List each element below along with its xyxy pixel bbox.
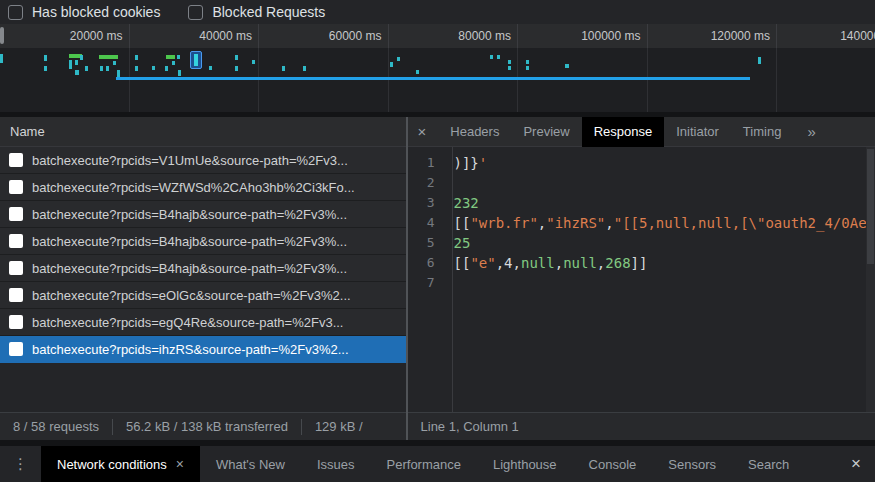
detail-tabbar: × HeadersPreviewResponseInitiatorTiming … [408,117,875,147]
line-number: 4 [408,213,444,233]
code-token: null [563,255,597,271]
code-line: 7 [408,273,875,293]
request-row[interactable]: batchexecute?rpcids=B4hajb&source-path=%… [0,255,406,282]
timeline-gridline-cell [259,48,389,112]
tab-headers[interactable]: Headers [438,117,511,147]
timeline-tick-label: 120000 ms [648,24,778,48]
request-row[interactable]: batchexecute?rpcids=WZfWSd%2CAho3hb%2Ci3… [0,174,406,201]
line-content: [["wrb.fr","ihzRS","[[5,null,null,[\"oau… [444,213,875,233]
editor-statusbar: Line 1, Column 1 [408,412,875,440]
checkbox-label: Blocked Requests [212,4,325,20]
code-token: "e" [470,255,495,271]
devtools-network-panel: { "filter_bar": { "checkboxes": [ { "lab… [0,0,875,482]
code-token: , [538,215,546,231]
drawer-tabs: Network conditions×What's NewIssuesPerfo… [41,446,837,482]
drawer-tab-what-s-new[interactable]: What's New [200,446,301,482]
timeline-gridline-cell [389,48,519,112]
filter-bar: Has blocked cookies Blocked Requests [0,0,875,24]
vertical-scrollbar[interactable] [866,147,875,424]
line-number: 2 [408,173,444,193]
request-row[interactable]: batchexecute?rpcids=B4hajb&source-path=%… [0,201,406,228]
checkbox-icon[interactable] [188,5,203,20]
request-name-label: batchexecute?rpcids=egQ4Re&source-path=%… [32,315,343,330]
detail-tabs: HeadersPreviewResponseInitiatorTiming [438,117,793,147]
line-number: 1 [408,153,444,173]
request-name-label: batchexecute?rpcids=B4hajb&source-path=%… [32,261,347,276]
name-column-header[interactable]: Name [0,117,406,147]
request-row[interactable]: batchexecute?rpcids=B4hajb&source-path=%… [0,228,406,255]
code-token: 268 [605,255,630,271]
timeline-tick-label: 40000 ms [130,24,260,48]
timeline-gridline-cell [0,48,130,112]
request-list: batchexecute?rpcids=V1UmUe&source-path=%… [0,147,406,412]
waterfall-overview[interactable]: 20000 ms40000 ms60000 ms80000 ms100000 m… [0,24,875,112]
drawer-tab-sensors[interactable]: Sensors [652,446,732,482]
drawer-tab-performance[interactable]: Performance [371,446,477,482]
code-token: )]} [454,155,479,171]
timeline-tick-label: 20000 ms [0,24,130,48]
cursor-position-label: Line 1, Column 1 [421,419,519,434]
timeline-gridline-cell [518,48,648,112]
tab-response[interactable]: Response [582,117,665,147]
timeline-body-grid[interactable] [0,48,875,112]
timeline-tick-label: 80000 ms [389,24,519,48]
line-content: 232 [444,193,479,213]
code-line: 525 [408,233,875,253]
vertical-scrollbar-thumb[interactable] [867,149,874,264]
document-icon [9,261,23,275]
name-column-label: Name [10,124,45,139]
checkbox-label: Has blocked cookies [32,4,160,20]
checkbox-blocked-requests[interactable]: Blocked Requests [188,4,325,20]
line-number: 6 [408,253,444,273]
drawer-tab-issues[interactable]: Issues [301,446,371,482]
more-tabs-icon[interactable]: » [807,123,815,140]
code-line: 2 [408,173,875,193]
drawer-tab-network-conditions[interactable]: Network conditions× [41,446,200,482]
timeline-gridline-cell [648,48,778,112]
request-row[interactable]: batchexecute?rpcids=ihzRS&source-path=%2… [0,336,406,363]
request-table-panel: Name batchexecute?rpcids=V1UmUe&source-p… [0,117,406,440]
timeline-scale: 20000 ms40000 ms60000 ms80000 ms100000 m… [0,24,875,48]
checkbox-has-blocked-cookies[interactable]: Has blocked cookies [8,4,160,20]
request-name-label: batchexecute?rpcids=V1UmUe&source-path=%… [32,153,348,168]
document-icon [9,207,23,221]
close-tab-icon[interactable]: × [176,456,184,472]
response-editor[interactable]: 1)]}'232324[["wrb.fr","ihzRS","[[5,null,… [408,147,875,440]
document-icon [9,315,23,329]
code-token: "[[5,null,null,[\"oauth2_4/0Aea [614,215,875,231]
request-name-label: batchexecute?rpcids=eOlGc&source-path=%2… [32,288,351,303]
drawer-tab-lighthouse[interactable]: Lighthouse [477,446,573,482]
timeline-tick-label: 100000 ms [518,24,648,48]
code-token: "wrb.fr" [470,215,537,231]
network-main-split: Name batchexecute?rpcids=V1UmUe&source-p… [0,117,875,440]
request-row[interactable]: batchexecute?rpcids=eOlGc&source-path=%2… [0,282,406,309]
summary-separator [301,419,302,435]
drawer-tab-search[interactable]: Search [732,446,805,482]
summary-item: 56.2 kB / 138 kB transferred [126,419,288,434]
request-name-label: batchexecute?rpcids=B4hajb&source-path=%… [32,207,347,222]
drawer-tab-console[interactable]: Console [573,446,653,482]
code-line: 6[["e",4,null,null,268]] [408,253,875,273]
close-details-icon[interactable]: × [418,123,427,140]
code-token: ' [479,155,487,171]
close-drawer-icon[interactable]: × [837,446,875,482]
line-number: 3 [408,193,444,213]
request-name-label: batchexecute?rpcids=WZfWSd%2CAho3hb%2Ci3… [32,180,355,195]
tab-preview[interactable]: Preview [511,117,581,147]
drawer-menu-icon[interactable]: ⋮ [0,446,41,482]
code-line: 3232 [408,193,875,213]
timeline-tick-label: 60000 ms [259,24,389,48]
request-row[interactable]: batchexecute?rpcids=V1UmUe&source-path=%… [0,147,406,174]
checkbox-icon[interactable] [8,5,23,20]
tab-timing[interactable]: Timing [731,117,794,147]
request-name-label: batchexecute?rpcids=ihzRS&source-path=%2… [32,342,349,357]
summary-item: 129 kB / [315,419,363,434]
request-row[interactable]: batchexecute?rpcids=egQ4Re&source-path=%… [0,309,406,336]
request-details-panel: × HeadersPreviewResponseInitiatorTiming … [408,117,875,440]
summary-bar: 8 / 58 requests56.2 kB / 138 kB transfer… [0,412,406,440]
request-name-label: batchexecute?rpcids=B4hajb&source-path=%… [32,234,347,249]
code-token: [[ [454,255,471,271]
code-token: "ihzRS" [546,215,605,231]
tab-initiator[interactable]: Initiator [664,117,731,147]
code-token: null [521,255,555,271]
